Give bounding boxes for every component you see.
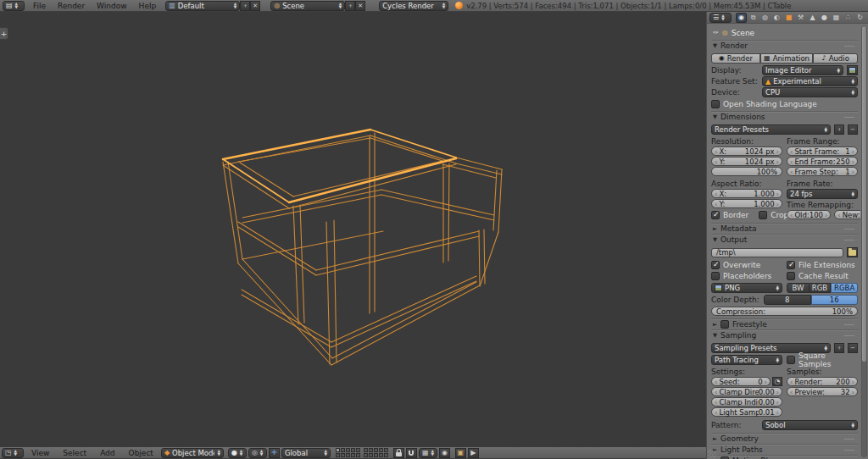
- mode-selector[interactable]: ◆ Object Mode: [161, 448, 224, 458]
- scrollbar-thumb[interactable]: [862, 26, 866, 362]
- tab-world[interactable]: ◐: [771, 13, 782, 23]
- menu-add[interactable]: Add: [94, 447, 120, 459]
- panel-header-light-paths[interactable]: Light Paths: [711, 444, 858, 455]
- render-engine-selector[interactable]: Cycles Render: [379, 1, 448, 11]
- add-preset-button[interactable]: ＋: [834, 124, 844, 135]
- integrator-dropdown[interactable]: Path Tracing: [711, 355, 782, 365]
- remap-new-field[interactable]: New:100: [834, 210, 860, 219]
- compression-slider[interactable]: Compression: 100%: [711, 307, 858, 316]
- opengl-render-button[interactable]: ▣: [455, 448, 466, 458]
- layers-widget[interactable]: [336, 448, 388, 457]
- clamp-direct-field[interactable]: Clamp Direct:0.00: [711, 387, 782, 396]
- file-format-dropdown[interactable]: PNG: [711, 283, 782, 293]
- pin-icon[interactable]: ✑: [713, 30, 719, 36]
- panel-header-metadata[interactable]: Metadata: [711, 223, 858, 234]
- transform-orientation-selector[interactable]: Global: [281, 448, 331, 458]
- menu-file[interactable]: File: [27, 0, 52, 12]
- properties-scrollbar[interactable]: [861, 25, 867, 457]
- panel-header-output[interactable]: Output: [711, 234, 858, 245]
- menu-window[interactable]: Window: [91, 0, 133, 12]
- snap-element-selector[interactable]: ▦: [419, 448, 437, 458]
- tab-object[interactable]: ■: [783, 13, 794, 23]
- resolution-y-field[interactable]: Y:1024 px: [711, 157, 782, 166]
- depth-8-toggle[interactable]: 8: [764, 295, 811, 305]
- layer-group-2[interactable]: [364, 448, 388, 457]
- pattern-dropdown[interactable]: Sobol: [762, 420, 858, 430]
- menu-view[interactable]: View: [25, 447, 55, 459]
- panel-header-dimensions[interactable]: Dimensions: [711, 111, 858, 122]
- depth-16-toggle[interactable]: 16: [811, 295, 859, 305]
- tab-physics[interactable]: ↻: [854, 13, 865, 23]
- rgb-toggle[interactable]: RGB: [810, 283, 832, 293]
- lock-to-scene-toggle[interactable]: [393, 448, 404, 458]
- proportional-edit-toggle[interactable]: ◉: [439, 448, 450, 458]
- tab-texture[interactable]: ▦: [831, 13, 842, 23]
- browse-folder-button[interactable]: [847, 247, 858, 257]
- remove-preset-button[interactable]: −: [848, 124, 858, 135]
- screen-layout-selector[interactable]: ▥ Default: [165, 1, 240, 11]
- frame-rate-dropdown[interactable]: 24 fps: [787, 189, 858, 199]
- tab-render-layers[interactable]: ⧉: [748, 13, 759, 23]
- layer-group-1[interactable]: [336, 448, 360, 457]
- render-samples-field[interactable]: Render:200: [787, 377, 858, 386]
- pivot-center-selector[interactable]: ◎: [248, 448, 267, 458]
- feature-set-dropdown[interactable]: ▲ Experimental: [762, 76, 858, 86]
- tab-scene[interactable]: ◍: [760, 13, 771, 23]
- render-presets-dropdown[interactable]: Render Presets: [711, 124, 831, 135]
- panel-header-render[interactable]: Render: [711, 40, 858, 51]
- clamp-indirect-field[interactable]: Clamp Indirect:0.00: [711, 397, 782, 406]
- audio-button[interactable]: ♪ Audio: [813, 53, 858, 64]
- resolution-percent-field[interactable]: 100%: [711, 167, 782, 176]
- menu-object[interactable]: Object: [123, 447, 159, 459]
- editor-type-button-properties[interactable]: ☰: [709, 13, 732, 23]
- overwrite-checkbox[interactable]: [711, 261, 720, 269]
- snap-toggle[interactable]: [406, 448, 417, 458]
- preview-samples-field[interactable]: Preview:32: [787, 387, 858, 396]
- rgba-toggle[interactable]: RGBA: [831, 283, 858, 293]
- square-samples-row[interactable]: Square Samples: [787, 355, 858, 365]
- square-samples-checkbox[interactable]: [787, 356, 795, 364]
- cache-result-checkbox[interactable]: [787, 272, 795, 280]
- delete-scene-button[interactable]: ✕: [355, 1, 365, 11]
- render-button[interactable]: ◉ Render: [711, 53, 760, 64]
- file-extensions-row[interactable]: File Extensions: [787, 260, 858, 270]
- placeholders-checkbox[interactable]: [711, 272, 720, 280]
- menu-render[interactable]: Render: [52, 0, 91, 12]
- file-extensions-checkbox[interactable]: [787, 261, 795, 269]
- scene-selector[interactable]: ◍ Scene: [270, 1, 345, 11]
- wireframe-object[interactable]: [0, 12, 706, 447]
- panel-header-motion-blur[interactable]: Motion Blur: [711, 455, 858, 459]
- bw-toggle[interactable]: BW: [787, 283, 810, 293]
- aspect-x-field[interactable]: X:1.000: [711, 189, 782, 198]
- menu-help[interactable]: Help: [133, 0, 163, 12]
- manipulator-toggle[interactable]: ✛: [269, 448, 280, 458]
- frame-step-field[interactable]: Frame Step:1: [787, 167, 858, 176]
- aspect-y-field[interactable]: Y:1.000: [711, 199, 782, 208]
- animation-button[interactable]: ▦ Animation: [760, 53, 814, 64]
- editor-type-button-3dview[interactable]: ◳: [2, 448, 24, 458]
- end-frame-field[interactable]: End Frame:250: [787, 157, 858, 166]
- add-layout-button[interactable]: ＋: [240, 1, 250, 11]
- 3d-viewport[interactable]: +: [0, 12, 706, 447]
- tab-material[interactable]: ●: [819, 13, 830, 23]
- tab-object-data[interactable]: ▲: [807, 13, 818, 23]
- osl-checkbox[interactable]: [711, 100, 720, 108]
- remap-old-field[interactable]: Old:100: [787, 210, 831, 219]
- opengl-render-anim-button[interactable]: ▶: [468, 448, 479, 458]
- crop-checkbox[interactable]: [759, 211, 767, 219]
- panel-header-freestyle[interactable]: Freestyle: [711, 318, 858, 329]
- display-dropdown[interactable]: Image Editor: [762, 65, 843, 75]
- image-editor-button[interactable]: [847, 65, 858, 75]
- delete-layout-button[interactable]: ✕: [250, 1, 260, 11]
- animate-seed-button[interactable]: ◔: [772, 377, 782, 386]
- add-scene-button[interactable]: ＋: [345, 1, 355, 11]
- placeholders-row[interactable]: Placeholders: [711, 271, 782, 281]
- output-path-field[interactable]: /tmp\: [711, 248, 843, 257]
- border-checkbox[interactable]: [711, 211, 720, 219]
- resolution-x-field[interactable]: X:1024 px: [711, 147, 782, 156]
- seed-field[interactable]: Seed:0: [711, 377, 771, 386]
- light-sampling-threshold-field[interactable]: Light Sampling Thr:0.01: [711, 407, 782, 417]
- menu-select[interactable]: Select: [57, 447, 92, 459]
- panel-header-geometry[interactable]: Geometry: [711, 433, 858, 444]
- tab-render[interactable]: ◉: [736, 13, 747, 23]
